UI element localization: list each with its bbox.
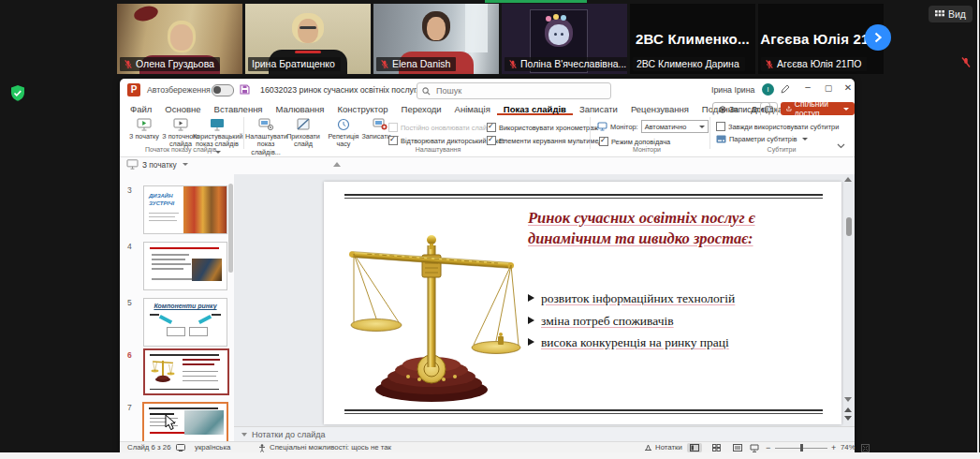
thumb4-image — [192, 259, 222, 281]
normal-view-button[interactable] — [687, 443, 702, 452]
scales-of-justice-image[interactable] — [339, 206, 526, 410]
slide-scrollbar-up-icon[interactable] — [844, 177, 852, 182]
slide-canvas-area[interactable]: Ринок сучасних освітніх послуг є динаміч… — [234, 174, 855, 426]
rehearse-label: Репетиція часу — [328, 132, 358, 148]
tab-slideshow[interactable]: Показ слайдів — [497, 101, 573, 115]
bullet-text: зміна потреб споживачів — [541, 313, 674, 330]
reading-view-button[interactable] — [730, 443, 745, 452]
tab-home[interactable]: Основне — [158, 101, 207, 115]
participant-tile[interactable]: Elena Danish — [373, 4, 499, 74]
participant-name: Агєєва Юлія 21ПО — [777, 58, 861, 69]
minimize-button[interactable]: – — [799, 81, 816, 96]
slide-bottom-rule — [344, 409, 823, 411]
bullet-text: розвиток інформаційних технологій — [541, 290, 735, 307]
tab-record[interactable]: Записати — [573, 101, 624, 115]
thumbnail-slide-5[interactable]: Компоненти ринку — [143, 298, 227, 347]
powerpoint-window: P Автозбереження 16032023 ринок сучасних… — [120, 79, 855, 452]
monitor-dropdown[interactable]: Автоматично — [641, 120, 709, 133]
setup-show-label: Налаштувати показ слайдів... — [245, 132, 287, 156]
pen-icon[interactable] — [781, 84, 790, 94]
current-slide[interactable]: Ринок сучасних освітніх послуг є динаміч… — [324, 182, 841, 424]
tab-design[interactable]: Конструктор — [330, 101, 394, 115]
avatar[interactable]: І — [762, 83, 774, 96]
slide-scrollbar-down-icon[interactable] — [844, 397, 852, 402]
checkbox-box — [599, 137, 608, 146]
zoom-slider-thumb[interactable] — [800, 444, 803, 452]
close-button[interactable]: ✕ — [840, 82, 856, 97]
tab-insert[interactable]: Вставлення — [208, 101, 270, 115]
thumbnail-slide-4[interactable] — [143, 242, 227, 290]
splitter-handle-icon[interactable] — [333, 162, 341, 167]
checkbox-always-subtitles[interactable]: Завжди використовувати субтитри — [716, 122, 839, 131]
restore-button[interactable]: ▢ — [820, 83, 837, 98]
slide-scrollbar[interactable] — [846, 217, 852, 236]
checkbox-box — [388, 136, 398, 145]
security-shield-icon[interactable] — [9, 84, 26, 102]
participant-tile[interactable]: Поліна В'ячеславівна... — [502, 4, 627, 74]
participant-tile[interactable]: 2ВС Клименко... 2ВС Клименко Дарина — [630, 4, 755, 74]
autosave-toggle[interactable] — [212, 84, 234, 96]
group-label-monitors: Монітори — [614, 146, 680, 153]
slideshow-view-button[interactable] — [747, 443, 762, 452]
checkbox-box — [716, 122, 725, 131]
subtitle-settings-button[interactable]: Параметри субтитрів — [716, 135, 808, 143]
zoom-percent[interactable]: 74% — [841, 443, 856, 452]
language-label[interactable]: українська — [195, 443, 230, 452]
zoom-in-button[interactable]: + — [831, 443, 836, 452]
search-box[interactable] — [417, 82, 611, 99]
filename: 16032023 ринок сучасних освітніх послуг.… — [260, 85, 433, 95]
zoom-out-button[interactable]: − — [766, 443, 770, 452]
notes-splitter-icon[interactable] — [241, 433, 247, 437]
record-label: Записати — [729, 105, 764, 114]
checkbox-label: Завжди використовувати субтитри — [728, 123, 839, 131]
checkbox-keep-slides-updated[interactable]: Постійно оновлювати слайди — [388, 123, 494, 132]
from-beginning-button[interactable]: З початку — [127, 116, 161, 141]
next-slide-button[interactable] — [844, 416, 852, 421]
qat-from-beginning-button[interactable]: З початку — [126, 159, 188, 170]
search-input[interactable] — [434, 85, 588, 96]
previous-slide-button[interactable] — [844, 407, 852, 412]
thumb5-arrow — [198, 315, 212, 324]
notes-toggle-button[interactable]: Нотатки — [644, 443, 682, 452]
chevron-down-icon — [699, 126, 705, 128]
notes-icon — [644, 444, 652, 452]
participant-tile[interactable]: Ірина Братищенко — [245, 4, 371, 74]
participant-tile[interactable]: Олена Груздьова — [117, 4, 242, 74]
setup-slideshow-button[interactable]: Налаштувати показ слайдів... — [245, 116, 286, 156]
thumbnail-slide-6[interactable] — [143, 348, 229, 395]
slide-bullet-list[interactable]: розвиток інформаційних технологій зміна … — [528, 290, 832, 357]
tab-file[interactable]: Файл — [124, 101, 158, 115]
view-button[interactable]: Вид — [929, 6, 973, 22]
qat-label: З початку — [142, 160, 177, 170]
next-participants-button[interactable] — [865, 24, 891, 51]
display-settings-icon[interactable] — [176, 444, 185, 452]
group-label-start: Початок показу слайдів — [139, 146, 223, 153]
slide-title[interactable]: Ринок сучасних освітніх послуг є динаміч… — [528, 208, 832, 249]
thumbnail-slide-3[interactable]: ДИЗАЙН ЗУСТРІЧІ — [143, 185, 227, 234]
tab-animations[interactable]: Анімація — [448, 101, 497, 115]
ribbon: З початку З поточного слайда Користуваць… — [120, 115, 855, 157]
from-beginning-label: З початку — [129, 132, 159, 141]
accessibility-status[interactable]: Спеціальні можливості: щось не так — [270, 443, 391, 452]
fit-to-window-icon[interactable] — [861, 444, 870, 452]
tab-review[interactable]: Рецензування — [624, 101, 695, 115]
comment-icon — [765, 106, 773, 114]
checkbox-use-timings[interactable]: Використовувати хронометраж — [487, 123, 598, 132]
thumbnail-scrollbar[interactable] — [228, 184, 233, 273]
thumbnail-slide-7[interactable] — [143, 403, 227, 442]
account-name[interactable]: Ірина Ірина — [711, 85, 754, 95]
autosave-label: Автозбереження — [147, 85, 211, 95]
notes-pane[interactable]: Нотатки до слайда — [234, 426, 855, 442]
hide-slide-button[interactable]: Приховати слайд — [286, 116, 320, 149]
collapse-ribbon-icon[interactable] — [837, 143, 845, 149]
accessibility-icon — [258, 444, 266, 452]
checkbox-presenter-view[interactable]: Режим доповідача — [599, 137, 670, 146]
slide-sorter-view-button[interactable] — [709, 443, 724, 452]
share-button[interactable]: Спільний доступ — [781, 102, 855, 115]
tab-transitions[interactable]: Переходи — [395, 101, 448, 115]
slide-top-rule-thin — [344, 198, 823, 199]
save-icon[interactable] — [240, 84, 250, 95]
slideshow-play-icon — [137, 118, 152, 131]
tab-draw[interactable]: Малювання — [270, 101, 331, 115]
rehearse-timings-button[interactable]: Репетиція часу — [324, 116, 363, 149]
